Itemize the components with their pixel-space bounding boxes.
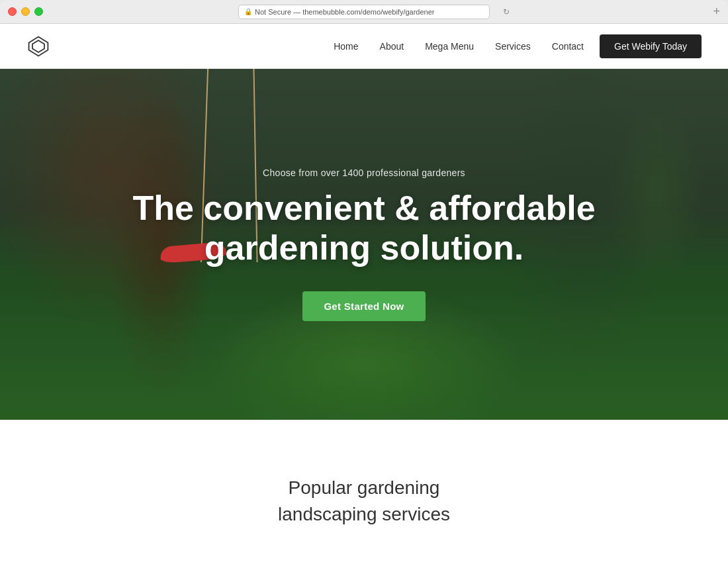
url-text: Not Secure — themebubble.com/demo/webify… [255, 8, 434, 16]
nav-mega-menu[interactable]: Mega Menu [425, 41, 474, 52]
nav-services[interactable]: Services [495, 41, 531, 52]
logo-icon [26, 34, 50, 58]
browser-content: Home About Mega Menu Services Contact Ge… [0, 24, 728, 582]
maximize-button[interactable] [34, 7, 43, 16]
site-navbar: Home About Mega Menu Services Contact Ge… [0, 24, 728, 69]
address-bar[interactable]: 🔒 Not Secure — themebubble.com/demo/webi… [238, 5, 490, 19]
hero-section: Choose from over 1400 professional garde… [0, 69, 728, 420]
below-fold-section: Popular gardeninglandscaping services [0, 420, 728, 582]
window-chrome: 🔒 Not Secure — themebubble.com/demo/webi… [0, 0, 728, 24]
refresh-icon[interactable]: ↻ [503, 7, 510, 17]
nav-links: Home About Mega Menu Services Contact [334, 41, 584, 52]
hero-title: The convenient & affordable gardening so… [132, 189, 596, 268]
close-button[interactable] [8, 7, 17, 16]
hero-cta-button[interactable]: Get Started Now [302, 291, 425, 321]
svg-marker-1 [32, 40, 44, 52]
minimize-button[interactable] [21, 7, 30, 16]
site-logo[interactable] [26, 34, 50, 58]
nav-contact[interactable]: Contact [552, 41, 584, 52]
traffic-lights [8, 7, 43, 16]
lock-icon: 🔒 [244, 8, 252, 15]
get-webify-button[interactable]: Get Webify Today [600, 34, 702, 58]
nav-home[interactable]: Home [334, 41, 358, 52]
new-tab-button[interactable]: + [713, 5, 720, 19]
hero-subtitle: Choose from over 1400 professional garde… [263, 168, 465, 178]
hero-content: Choose from over 1400 professional garde… [0, 69, 728, 420]
section-heading: Popular gardeninglandscaping services [278, 475, 450, 526]
nav-about[interactable]: About [380, 41, 404, 52]
svg-marker-0 [29, 36, 48, 56]
